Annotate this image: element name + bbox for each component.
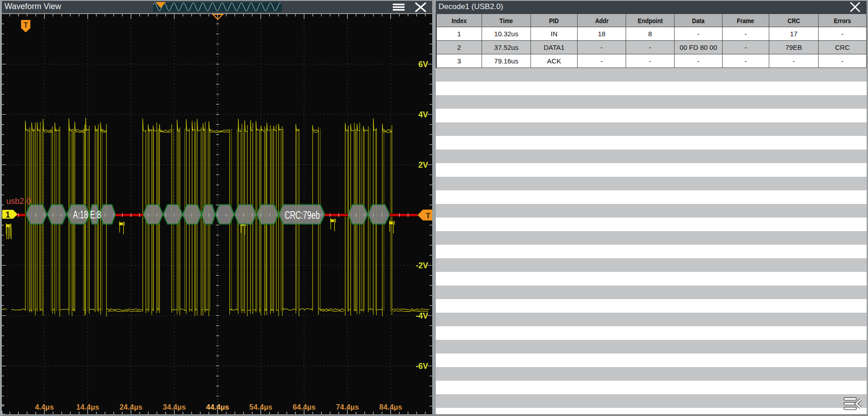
svg-text:A:18 E:8: A:18 E:8 <box>73 209 101 221</box>
svg-text:-2V: -2V <box>416 261 429 270</box>
svg-text:usb2.0: usb2.0 <box>6 197 31 206</box>
svg-text:34.4µs: 34.4µs <box>163 403 186 411</box>
svg-text:CRC:79eb: CRC:79eb <box>285 209 320 221</box>
svg-text:14.4µs: 14.4µs <box>76 403 99 411</box>
svg-text:T: T <box>426 212 431 220</box>
svg-text:1: 1 <box>5 210 10 219</box>
svg-text:44.4µs: 44.4µs <box>206 403 229 411</box>
svg-text:4V: 4V <box>419 110 429 119</box>
svg-text:-4V: -4V <box>416 311 429 320</box>
svg-text:64.4µs: 64.4µs <box>293 403 316 411</box>
svg-text:84.4µs: 84.4µs <box>379 403 402 411</box>
svg-text:54.4µs: 54.4µs <box>249 403 272 411</box>
svg-text:74.4µs: 74.4µs <box>336 403 359 411</box>
svg-text:4.4µs: 4.4µs <box>35 403 54 411</box>
svg-text:2V: 2V <box>419 160 429 169</box>
svg-text:6V: 6V <box>419 60 429 69</box>
svg-text:-6V: -6V <box>416 362 429 371</box>
svg-text:T: T <box>24 21 28 29</box>
svg-text:24.4µs: 24.4µs <box>120 403 143 411</box>
